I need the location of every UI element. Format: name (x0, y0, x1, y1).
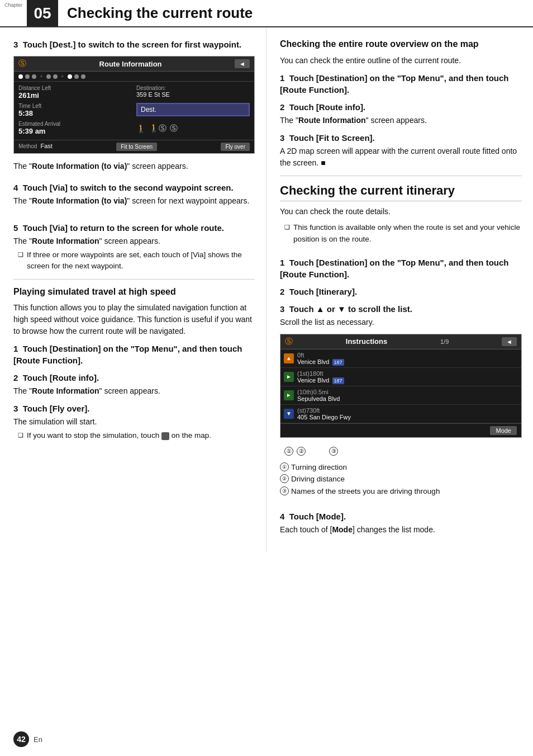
instr-text-3: (10th)0.5mi Sepulveda Blvd (297, 389, 518, 402)
chapter-number: 05 (27, 0, 58, 26)
step-3-dest: 3 Touch [Dest.] to switch to the screen … (13, 39, 255, 50)
section-playing-intro: This function allows you to play the sim… (13, 302, 255, 337)
nav-dot-5 (53, 74, 58, 79)
itinerary-step-3: 3 Touch ▲ or ▼ to scroll the list. Scrol… (280, 303, 522, 328)
playing-step-2-title: 2 Touch [Route info]. (13, 372, 255, 384)
page-number: 42 (13, 731, 29, 747)
overview-step-3-body: A 2D map screen will appear with the cur… (280, 145, 522, 169)
nav-row: + + (14, 72, 254, 82)
separator-1 (13, 279, 255, 280)
playing-step-3: 3 Touch [Fly over]. The simulation will … (13, 403, 255, 441)
route-info-via-text: The "Route Information (to via)" screen … (13, 160, 255, 172)
overview-step-1: 1 Touch [Destination] on the "Top Menu",… (280, 72, 522, 96)
destination-area: Destination: 359 E St SE (136, 85, 250, 101)
callout-numbers: ① ② ③ (280, 445, 522, 458)
playing-step-3-notes: If you want to stop the simulation, touc… (18, 430, 255, 441)
overview-step-3-title: 3 Touch [Fit to Screen]. (280, 132, 522, 144)
time-info: Time Left 5:38 (18, 103, 132, 117)
overview-step-2-title: 2 Touch [Route info]. (280, 101, 522, 113)
instructions-screenshot: Ⓢ Instructions 1/9 ◄ ▲ 0ft Venice Blvd 1… (280, 334, 522, 438)
instr-icon-3: ► (284, 390, 294, 400)
itinerary-notes: This function is available only when the… (284, 222, 522, 245)
section-itinerary-intro: You can check the route details. (280, 206, 522, 218)
itinerary-step-2-title: 2 Touch [Itinerary]. (280, 286, 522, 297)
instr-text-4: (st)730ft 405 San Diego Fwy (297, 407, 518, 420)
overview-step-2: 2 Touch [Route info]. The "Route Informa… (280, 101, 522, 126)
legend-list: ① Turning direction ② Driving distance ③… (280, 461, 522, 498)
step-4-body: The "Route Information (to via)" screen … (13, 195, 255, 207)
step-5-note: If three or more waypoints are set, each… (18, 249, 255, 272)
callout-2: ② (297, 447, 306, 456)
left-column: 3 Touch [Dest.] to switch to the screen … (0, 27, 266, 552)
section-playing-heading: Playing simulated travel at high speed (13, 286, 255, 298)
instruction-row-1: ▲ 0ft Venice Blvd 187 (280, 349, 521, 368)
playing-step-2-body: The "Route Information" screen appears. (13, 385, 255, 397)
content-wrapper: 3 Touch [Dest.] to switch to the screen … (0, 27, 533, 552)
section-overview-heading: Checking the entire route overview on th… (280, 39, 522, 50)
right-column: Checking the entire route overview on th… (266, 27, 533, 552)
itinerary-step-4-body: Each touch of [Mode] changes the list mo… (280, 524, 522, 536)
step-5-body: The "Route Information" screen appears. (13, 235, 255, 247)
arrival-info: Estimated Arrival 5:39 am (18, 121, 132, 135)
legend-item-2: ② Driving distance (280, 473, 522, 485)
nav-dot-1 (18, 74, 23, 79)
itinerary-step-4: 4 Touch [Mode]. Each touch of [Mode] cha… (280, 511, 522, 536)
overview-step-2-body: The "Route Information" screen appears. (280, 115, 522, 126)
instr-text-2: (1st)180ft Venice Blvd 187 (297, 370, 518, 384)
nav-dot-6 (68, 74, 72, 79)
instructions-footer: Mode (280, 423, 521, 437)
playing-step-2: 2 Touch [Route info]. The "Route Informa… (13, 372, 255, 397)
icon-row: 🚶 🚶Ⓢ Ⓢ (136, 121, 250, 136)
back-button[interactable]: ◄ (235, 59, 250, 68)
language-label: En (34, 735, 42, 744)
overview-step-3: 3 Touch [Fit to Screen]. A 2D map screen… (280, 132, 522, 169)
page-header: Chapter 05 Checking the current route (0, 0, 533, 27)
dest-box: Dest. (136, 103, 250, 116)
itinerary-step-4-title: 4 Touch [Mode]. (280, 511, 522, 522)
instructions-back-button[interactable]: ◄ (502, 337, 517, 346)
step-4: 4 Touch [Via] to switch to the second wa… (13, 182, 255, 207)
callout-3: ③ (329, 447, 338, 456)
playing-step-3-title: 3 Touch [Fly over]. (13, 403, 255, 414)
itinerary-step-3-title: 3 Touch ▲ or ▼ to scroll the list. (280, 303, 522, 315)
itinerary-step-3-body: Scroll the list as necessary. (280, 316, 522, 328)
step-5: 5 Touch [Via] to return to the screen fo… (13, 222, 255, 272)
stop-icon (161, 432, 169, 440)
itinerary-step-2: 2 Touch [Itinerary]. (280, 286, 522, 297)
mode-button[interactable]: Mode (490, 426, 517, 435)
route-info-screenshot: Ⓢ Route Information ◄ + + Distance Left (13, 56, 255, 154)
section-itinerary-heading: Checking the current itinerary (280, 183, 522, 202)
separator-2 (280, 176, 522, 176)
step-4-title: 4 Touch [Via] to switch to the second wa… (13, 182, 255, 193)
playing-step-3-note: If you want to stop the simulation, touc… (18, 430, 255, 441)
page-footer: 42 En (13, 731, 42, 747)
overview-step-1-title: 1 Touch [Destination] on the "Top Menu",… (280, 72, 522, 96)
instructions-header: Ⓢ Instructions 1/9 ◄ (280, 334, 521, 349)
step-3-dest-title: 3 Touch [Dest.] to switch to the screen … (13, 39, 255, 50)
legend-item-3: ③ Names of the streets you are driving t… (280, 485, 522, 498)
nav-dot-2 (25, 74, 30, 79)
instruction-row-2: ► (1st)180ft Venice Blvd 187 (280, 368, 521, 386)
fly-over-btn[interactable]: Fly over (221, 143, 250, 151)
step-5-notes: If three or more waypoints are set, each… (18, 249, 255, 272)
instruction-row-3: ► (10th)0.5mi Sepulveda Blvd (280, 386, 521, 405)
itinerary-note: This function is available only when the… (284, 222, 522, 245)
instr-icon-2: ► (284, 372, 294, 382)
section-overview-intro: You can check the entire outline of the … (280, 55, 522, 67)
legend-item-1: ① Turning direction (280, 461, 522, 474)
chapter-title: Checking the current route (58, 0, 533, 26)
playing-step-3-body: The simulation will start. (13, 416, 255, 428)
playing-step-1: 1 Touch [Destination] on the "Top Menu",… (13, 343, 255, 366)
instr-text-1: 0ft Venice Blvd 187 (297, 352, 518, 365)
method-area: Method Fast (18, 143, 53, 151)
instr-icon-1: ▲ (284, 353, 294, 363)
instr-icon-4: ▼ (284, 409, 294, 419)
nav-dot-3 (32, 74, 36, 79)
fit-to-screen-btn[interactable]: Fit to Screen (116, 143, 157, 151)
nav-dot-4 (46, 74, 51, 79)
itinerary-step-1: 1 Touch [Destination] on the "Top Menu",… (280, 257, 522, 280)
screenshot-footer: Method Fast Fit to Screen Fly over (14, 140, 254, 153)
nav-dot-7 (74, 74, 79, 79)
chapter-label: Chapter (0, 0, 27, 26)
itinerary-step-1-title: 1 Touch [Destination] on the "Top Menu",… (280, 257, 522, 280)
